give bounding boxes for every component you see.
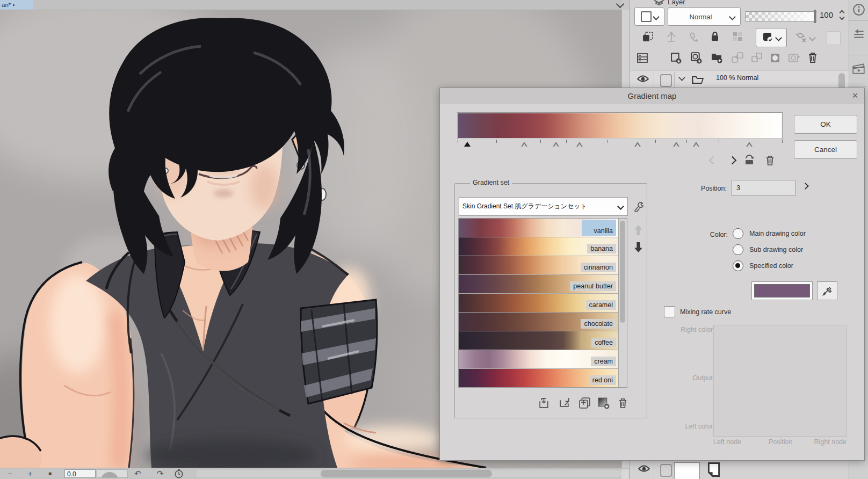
zoom-slider[interactable] — [97, 469, 128, 478]
delete-node-icon[interactable] — [763, 154, 776, 166]
horizontal-scrollbar-thumb[interactable] — [321, 470, 492, 477]
import-gradient-icon[interactable] — [537, 395, 551, 410]
output-label: Output — [666, 374, 713, 382]
new-raster-layer-icon[interactable] — [670, 52, 682, 64]
gradient-set-settings-wrench-icon[interactable] — [633, 199, 646, 214]
gradient-preview-bar[interactable] — [458, 113, 782, 139]
paper-layer-thumbnail — [674, 462, 700, 479]
auto-action-panel-icon[interactable] — [851, 27, 866, 42]
gradient-node-caret[interactable] — [746, 142, 753, 147]
node-tick — [540, 140, 541, 143]
radio-main-drawing-color[interactable] — [733, 228, 743, 239]
opacity-value: 100 — [820, 10, 833, 19]
merge-to-layer-below-icon[interactable] — [750, 52, 763, 63]
previous-node-chevron-icon[interactable] — [706, 154, 719, 166]
gradient-list-item[interactable]: caramel — [459, 294, 627, 313]
gradient-list-item[interactable]: cream — [459, 350, 627, 369]
document-tab[interactable]: an* • — [0, 0, 33, 10]
set-as-reference-button[interactable] — [790, 30, 819, 45]
lock-transparent-pixels-icon[interactable] — [688, 31, 700, 43]
flip-gradient-icon[interactable] — [743, 154, 756, 166]
eyedropper-button[interactable] — [817, 281, 837, 300]
rotation-angle-field[interactable]: 0.0 — [64, 469, 96, 478]
layer-visibility-eye-icon[interactable] — [636, 75, 649, 83]
gradient-node-caret[interactable] — [634, 142, 641, 147]
zoom-reset-icon[interactable]: ■ — [48, 468, 52, 479]
zoom-slider-hump — [100, 472, 119, 478]
specified-color-swatch[interactable] — [751, 281, 813, 300]
blend-mode-select[interactable]: Normal — [668, 8, 741, 26]
gradient-node-caret[interactable] — [521, 142, 527, 147]
create-layer-mask-icon[interactable] — [770, 53, 780, 63]
duplicate-gradient-icon[interactable] — [577, 395, 591, 410]
folder-expand-chevron-icon[interactable] — [678, 74, 685, 81]
gradient-node-strip[interactable] — [458, 140, 782, 148]
ok-button[interactable]: OK — [794, 115, 857, 134]
delete-layer-icon[interactable] — [807, 52, 818, 63]
undo-icon[interactable]: ↶ — [134, 468, 141, 479]
add-gradient-icon[interactable] — [596, 395, 610, 410]
cancel-button[interactable]: Cancel — [794, 140, 857, 159]
radio-sub-drawing-color[interactable] — [733, 244, 743, 255]
gradient-list-item[interactable]: chocolate — [459, 313, 627, 331]
close-icon[interactable]: × — [849, 89, 861, 102]
gradient-list-scrollbar[interactable] — [618, 219, 627, 387]
new-layer-folder-icon[interactable] — [711, 52, 724, 63]
transfer-to-layer-below-icon[interactable] — [731, 52, 744, 63]
gradient-item-label: coffee — [591, 338, 616, 347]
gradient-set-select[interactable]: Skin Gradient Set 肌グラデーションセット — [459, 197, 628, 216]
move-up-arrow-icon[interactable] — [634, 224, 643, 236]
enable-mask-button[interactable] — [756, 28, 787, 47]
opacity-slider[interactable] — [745, 11, 817, 21]
draft-layer-icon[interactable] — [666, 31, 677, 43]
palette-color-button[interactable] — [634, 8, 664, 26]
layer-row[interactable]: 100 % Normal — [630, 71, 849, 88]
opacity-spinner[interactable] — [838, 10, 845, 23]
move-down-arrow-icon[interactable] — [634, 242, 643, 253]
position-next-chevron-icon[interactable] — [802, 183, 809, 190]
timeline-panel-icon[interactable] — [851, 61, 866, 76]
export-gradient-icon[interactable] — [557, 395, 571, 410]
timelapse-icon[interactable] — [174, 469, 184, 478]
canvas-horizontal-scrollbar[interactable] — [196, 470, 621, 477]
gradient-list-item[interactable]: red oni — [459, 369, 627, 388]
redo-icon[interactable]: ↷ — [157, 468, 164, 479]
dialog-title: Gradient map — [440, 88, 864, 104]
zoom-in-icon[interactable]: + — [28, 468, 32, 479]
next-node-chevron-icon[interactable] — [726, 154, 739, 166]
gradient-node-caret[interactable] — [693, 142, 699, 147]
paper-layer-row[interactable] — [630, 461, 849, 479]
position-label: Position: — [687, 185, 727, 192]
new-correction-layer-icon[interactable] — [690, 52, 703, 64]
info-icon[interactable] — [851, 2, 866, 17]
layer-select-checkbox[interactable] — [660, 74, 672, 87]
gradient-list-item[interactable]: coffee — [459, 331, 627, 350]
lock-alpha-icon[interactable] — [732, 31, 743, 42]
layer-visibility-eye-icon[interactable] — [638, 465, 650, 473]
position-field[interactable]: 3 — [732, 180, 795, 196]
layer-property-list-icon[interactable] — [636, 53, 648, 63]
gradient-list-item[interactable]: peanut butter — [459, 275, 627, 294]
mixing-rate-curve-checkbox[interactable] — [664, 306, 675, 317]
layer-select-checkbox[interactable] — [660, 464, 672, 477]
right-node-label: Right node — [808, 438, 847, 446]
tab-list-chevron-icon[interactable] — [613, 1, 627, 9]
gradient-node-caret[interactable] — [464, 142, 471, 147]
apply-mask-to-layer-icon[interactable] — [788, 53, 801, 63]
opacity-slider-handle[interactable] — [814, 10, 816, 23]
zoom-out-icon[interactable]: − — [8, 468, 12, 479]
node-tick — [686, 140, 687, 143]
gradient-list[interactable]: vanillabananacinnamonpeanut buttercarame… — [458, 218, 627, 388]
clip-to-layer-below-icon[interactable] — [642, 31, 654, 43]
gradient-list-item[interactable]: banana — [459, 237, 627, 256]
radio-specified-color[interactable] — [733, 260, 743, 271]
gradient-node-caret[interactable] — [673, 142, 679, 147]
gradient-list-item[interactable]: cinnamon — [459, 256, 627, 275]
gradient-node-caret[interactable] — [553, 142, 559, 147]
left-color-label: Left color — [666, 423, 713, 430]
delete-gradient-icon[interactable] — [616, 395, 630, 410]
gradient-list-item[interactable]: vanilla — [459, 219, 627, 237]
gradient-node-caret[interactable] — [576, 142, 583, 147]
gradient-list-scrollbar-thumb[interactable] — [620, 221, 625, 323]
lock-layer-icon[interactable] — [711, 31, 719, 42]
